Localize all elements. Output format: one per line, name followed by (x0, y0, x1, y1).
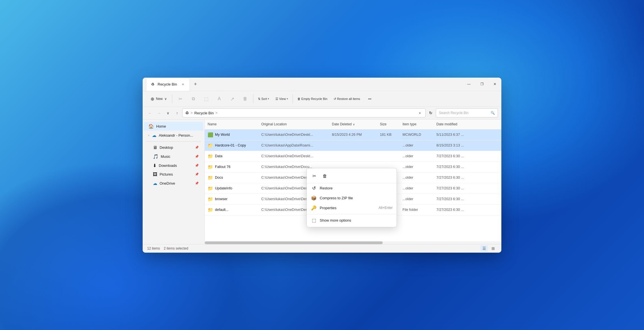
ctx-compress-label: Compress to ZIP file (320, 196, 393, 200)
onedrive2-icon: ☁ (153, 181, 157, 186)
paste-button[interactable]: ⬚ (200, 92, 212, 106)
ctx-cut-button[interactable]: ✂ (309, 171, 319, 181)
forward-button[interactable]: → (155, 109, 163, 117)
search-icon: 🔍 (491, 111, 495, 115)
ctx-compress-icon: 📦 (311, 195, 317, 201)
grid-view-button[interactable]: ⊞ (489, 245, 497, 252)
file-location: C:\Users\lukas\OneDrive\Deskt... (258, 154, 329, 158)
close-button[interactable]: ✕ (488, 80, 501, 89)
ctx-restore-item[interactable]: ↺ Restore (307, 183, 397, 193)
file-name: default... (215, 208, 229, 212)
file-icon: 📁 (208, 154, 213, 159)
music-icon: 🎵 (153, 154, 158, 159)
col-header-type[interactable]: Item type (400, 119, 434, 129)
recycle-bin-tab-icon: ♻ (150, 82, 155, 87)
search-box[interactable]: Search Recycle Bin 🔍 (436, 108, 498, 117)
pin-icon: 📌 (195, 146, 199, 149)
col-header-deleted[interactable]: Date Deleted ∨ (329, 119, 377, 129)
col-header-modified[interactable]: Date modified (434, 119, 479, 129)
view-label: View (279, 97, 286, 100)
copy-button[interactable]: ⧉ (187, 92, 199, 106)
tab-close-button[interactable]: × (180, 82, 186, 87)
sidebar-item-pictures[interactable]: 🖼 Pictures 📌 (144, 170, 203, 179)
table-row[interactable]: 📁 Data C:\Users\lukas\OneDrive\Deskt... … (205, 151, 501, 162)
file-type: MCWORLD (400, 133, 434, 137)
delete-button[interactable]: 🗑 (239, 92, 251, 106)
horizontal-scrollbar[interactable] (205, 241, 501, 244)
sidebar-item-home[interactable]: 🏠 Home (144, 122, 203, 131)
more-options-button[interactable]: ••• (364, 92, 376, 106)
sidebar-desktop-label: Desktop (160, 145, 173, 150)
toolbar: ⊕ New ∨ ✂ ⧉ ⬚ A ↗ 🗑 ⇅ Sort ▾ (143, 91, 501, 107)
ctx-properties-icon: 🔑 (311, 205, 317, 211)
file-name: My World (215, 133, 230, 137)
file-icon: 📁 (208, 175, 213, 180)
recent-locations-button[interactable]: ∨ (164, 109, 172, 117)
expand-icon: › (148, 134, 149, 137)
pin-icon-pictures: 📌 (195, 172, 199, 176)
refresh-button[interactable]: ↻ (427, 109, 435, 117)
file-icon: 📁 (208, 207, 213, 213)
back-button[interactable]: ← (146, 109, 154, 117)
context-menu-top-row: ✂ 🗑 (307, 170, 397, 183)
scroll-thumb[interactable] (205, 241, 383, 244)
ctx-delete-button[interactable]: 🗑 (320, 171, 330, 181)
maximize-button[interactable]: ❐ (475, 80, 488, 89)
col-header-size[interactable]: Size (377, 119, 400, 129)
restore-all-button[interactable]: ↺ Restore all items (331, 92, 363, 106)
file-modified: 7/27/2023 6:30 ... (434, 186, 479, 190)
share-button[interactable]: ↗ (226, 92, 238, 106)
sidebar-home-label: Home (156, 124, 166, 128)
ctx-more-options-item[interactable]: ⬚ Show more options (307, 215, 397, 225)
sidebar-item-onedrive[interactable]: › ☁ Aleksandr - Person... (144, 131, 203, 140)
file-type: File folder (400, 208, 434, 212)
sidebar-item-downloads[interactable]: ⬇ Downloads 📌 (144, 161, 203, 170)
sidebar-music-label: Music (161, 154, 170, 159)
table-row[interactable]: 🟩 My World C:\Users\lukas\OneDrive\Deskt… (205, 130, 501, 140)
window-controls: — ❐ ✕ (462, 80, 501, 89)
table-row[interactable]: 📁 Hardcore-01 - Copy C:\Users\lukas\AppD… (205, 140, 501, 151)
list-view-button[interactable]: ☰ (480, 245, 488, 252)
toolbar-separator-1 (172, 94, 172, 103)
minimize-button[interactable]: — (462, 80, 475, 89)
sort-button[interactable]: ⇅ Sort ▾ (255, 92, 272, 106)
rename-button[interactable]: A (213, 92, 225, 106)
file-name: UpdateInfo (215, 186, 232, 190)
new-button[interactable]: ⊕ New ∨ (147, 92, 170, 106)
status-count: 12 items 2 items selected (147, 246, 188, 250)
ctx-compress-item[interactable]: 📦 Compress to ZIP file (307, 193, 397, 203)
sidebar-item-music[interactable]: 🎵 Music 📌 (144, 152, 203, 161)
address-path[interactable]: ♻ > Recycle Bin > ▾ (182, 108, 426, 117)
cut-button[interactable]: ✂ (174, 92, 186, 106)
toolbar-separator-2 (253, 94, 253, 103)
new-label: New (156, 97, 163, 101)
recycle-bin-tab[interactable]: ♻ Recycle Bin × (146, 78, 190, 91)
view-chevron: ▾ (287, 97, 288, 100)
sidebar-item-onedrive2[interactable]: ☁ OneDrive 📌 (144, 179, 203, 188)
ctx-restore-icon: ↺ (311, 185, 317, 191)
restore-label: Restore all items (337, 97, 360, 100)
col-header-location[interactable]: Original Location (258, 119, 329, 129)
sidebar-pictures-label: Pictures (160, 172, 173, 176)
up-button[interactable]: ↑ (173, 109, 181, 117)
col-header-name[interactable]: Name (205, 119, 258, 129)
file-size: 181 KB (377, 133, 400, 137)
ctx-restore-label: Restore (320, 186, 393, 190)
file-modified: 8/15/2023 3:13 ... (434, 143, 479, 147)
file-icon: 📁 (208, 143, 213, 148)
restore-icon: ↺ (334, 97, 336, 101)
view-button[interactable]: ☰ View ▾ (273, 92, 291, 106)
ctx-properties-item[interactable]: 🔑 Properties Alt+Enter (307, 203, 397, 213)
recycle-bin-tab-label: Recycle Bin (158, 82, 177, 86)
new-icon: ⊕ (151, 96, 154, 102)
file-modified: 7/27/2023 6:30 ... (434, 208, 479, 212)
rename-icon: A (218, 96, 221, 101)
sidebar-downloads-label: Downloads (159, 163, 177, 168)
new-tab-button[interactable]: + (191, 80, 200, 89)
empty-recycle-bin-button[interactable]: 🗑 Empty Recycle Bin (295, 92, 330, 106)
sidebar-item-desktop[interactable]: 🖥 Desktop 📌 (144, 143, 203, 152)
file-explorer-window: ♻ Recycle Bin × + — ❐ ✕ ⊕ New ∨ ✂ ⧉ ⬚ (143, 78, 501, 253)
path-dropdown-button[interactable]: ▾ (417, 110, 423, 116)
item-count: 12 items (147, 246, 160, 250)
cut-icon: ✂ (179, 96, 182, 102)
